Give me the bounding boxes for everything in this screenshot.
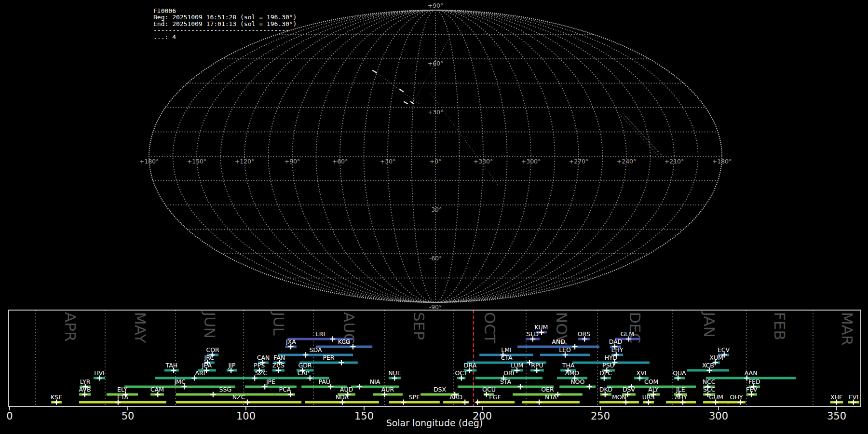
- map-longitude-label: +120°: [235, 158, 255, 165]
- meteor-trail: [623, 113, 663, 156]
- shower-label-AHY: AHY: [675, 393, 687, 401]
- shower-label-NTA: NTA: [545, 393, 557, 401]
- shower-label-DPC: DPC: [599, 369, 612, 377]
- shower-peak-marker-AND: [572, 344, 578, 350]
- shower-label-DAD: DAD: [609, 338, 623, 345]
- x-tick-label: 300: [709, 410, 728, 422]
- shower-label-NIA: NIA: [370, 378, 380, 385]
- meteor-count-line: ...: 4: [153, 33, 176, 41]
- shower-label-NOO: NOO: [570, 378, 584, 385]
- shower-label-OHY: OHY: [730, 393, 743, 401]
- shower-peak-marker-SDA: [303, 353, 308, 358]
- shower-bar-JMC: [124, 386, 235, 388]
- month-label: FEB: [771, 312, 788, 340]
- month-label: JAN: [701, 311, 718, 338]
- shower-label-COR: COR: [206, 346, 220, 353]
- shower-peak-marker-KCG: [350, 344, 355, 350]
- shower-label-ORS: ORS: [578, 330, 591, 338]
- meteor-trail: [375, 71, 419, 104]
- shower-label-CAN: CAN: [257, 354, 270, 361]
- shower-label-SCC: SCC: [703, 386, 716, 393]
- map-longitude-label: +30°: [380, 158, 396, 165]
- map-longitude-label: +180°: [712, 158, 732, 165]
- shower-label-JPE: JPE: [266, 378, 275, 385]
- shower-label-KCG: KCG: [338, 338, 351, 345]
- shower-bar-SSG: [176, 393, 275, 396]
- plot-canvas: +180°+150°+120°+90°+60°+30°+0°+330°+300°…: [0, 0, 868, 434]
- map-longitude-label: +270°: [569, 158, 589, 165]
- shower-bar-SPE: [389, 401, 440, 404]
- shower-peak-marker-STA: [517, 384, 523, 390]
- meteor-radiant-screen: FI0006 Beg: 20251009 16:51:28 (sol = 196…: [0, 0, 868, 434]
- shower-peak-marker-NZC: [244, 400, 250, 405]
- map-longitude-label: +210°: [665, 158, 684, 165]
- map-longitude-label: +180°: [139, 158, 159, 165]
- shower-peak-marker-ERI: [330, 337, 335, 342]
- map-longitude-label: +150°: [187, 158, 207, 165]
- meteor-mark: [404, 102, 407, 104]
- shower-label-DKD: DKD: [599, 386, 612, 393]
- shower-label-GEM: GEM: [621, 330, 634, 338]
- shower-label-NZC: NZC: [232, 393, 245, 401]
- map-longitude-label: +240°: [617, 158, 637, 165]
- shower-bar-MON: [599, 401, 639, 404]
- x-tick-label: 50: [122, 410, 135, 422]
- shower-peak-marker-NTA: [537, 400, 542, 405]
- map-longitude-label: +60°: [332, 158, 348, 165]
- shower-label-SZC: SZC: [255, 369, 267, 377]
- meteor-trail: [625, 116, 665, 160]
- shower-bar-AUR: [373, 393, 403, 396]
- shower-label-PER: PER: [323, 354, 334, 361]
- shower-label-CTA: CTA: [501, 354, 512, 361]
- x-tick-label: 350: [827, 410, 846, 422]
- shower-label-OER: OER: [541, 386, 554, 393]
- month-label: OCT: [481, 312, 499, 344]
- x-tick-label: 150: [354, 410, 374, 422]
- shower-label-ORI: ORI: [503, 369, 514, 377]
- shower-label-DSX: DSX: [434, 386, 447, 393]
- shower-peak-marker-SSG: [210, 392, 216, 397]
- month-label: JUL: [270, 311, 287, 336]
- shower-label-OCU: OCU: [482, 386, 496, 393]
- shower-label-AND: AND: [552, 338, 565, 345]
- shower-label-DRA: DRA: [464, 362, 477, 369]
- shower-label-NCC: NCC: [703, 378, 716, 385]
- shower-label-ARD: ARD: [449, 393, 462, 401]
- shower-peak-marker-NIA: [357, 384, 362, 390]
- shower-bar-NTA: [522, 401, 580, 404]
- shower-label-QUA: QUA: [673, 369, 686, 377]
- shower-label-XCB: XCB: [702, 362, 714, 369]
- shower-label-AUD: AUD: [340, 386, 353, 393]
- shower-peak-marker-PER: [339, 360, 344, 366]
- x-tick-label: 0: [6, 410, 13, 422]
- map-longitude-label: +0°: [430, 158, 442, 165]
- shower-label-SDA: SDA: [310, 346, 322, 353]
- shower-bar-ARI: [155, 377, 245, 380]
- shower-label-HYD: HYD: [605, 354, 618, 361]
- month-label: APR: [62, 312, 79, 341]
- shower-peak-marker-NOO: [586, 384, 592, 390]
- shower-bar-NZC: [176, 401, 301, 404]
- shower-label-JLE: JLE: [676, 386, 685, 393]
- sky-map: +180°+150°+120°+90°+60°+30°+0°+330°+300°…: [139, 2, 732, 311]
- map-latitude-label: -90°: [429, 303, 442, 311]
- shower-bar-ETA: [79, 401, 166, 404]
- shower-peak-marker-SPE: [401, 400, 406, 405]
- map-latitude-label: +30°: [428, 108, 444, 116]
- shower-label-PAU: PAU: [318, 378, 330, 385]
- month-label: MAY: [132, 312, 149, 343]
- shower-bar-AND: [517, 346, 599, 348]
- meteor-trail: [412, 41, 448, 105]
- shower-bar-KCG: [316, 346, 372, 348]
- shower-label-XUM: XUM: [709, 354, 723, 361]
- meteor-mark: [373, 70, 377, 73]
- meteor-trail: [431, 93, 498, 185]
- shower-label-XVI: XVI: [637, 369, 647, 377]
- map-latitude-label: +90°: [428, 2, 444, 9]
- shower-label-ETA: ETA: [117, 393, 129, 401]
- map-longitude-label: +300°: [521, 158, 541, 165]
- shower-label-COM: COM: [644, 378, 658, 385]
- x-tick-label: 100: [236, 410, 256, 422]
- shower-label-SPE: SPE: [409, 393, 420, 401]
- observation-header: FI0006 Beg: 20251009 16:51:28 (sol = 196…: [153, 8, 297, 40]
